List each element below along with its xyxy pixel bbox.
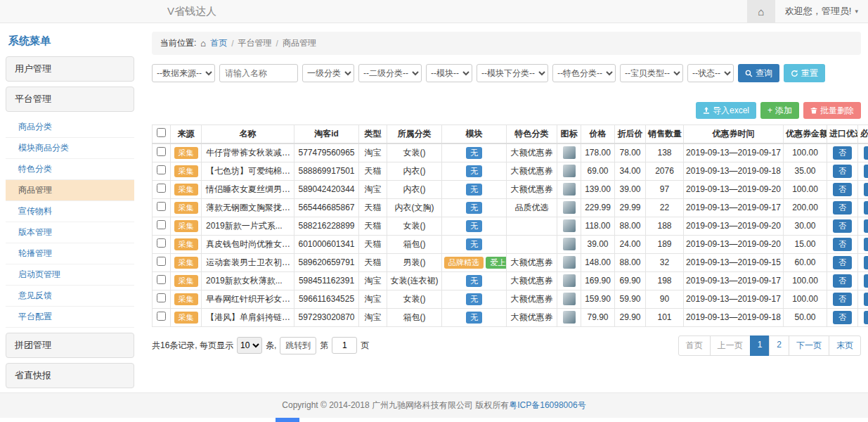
must-buy-toggle[interactable]: 否 xyxy=(864,201,868,215)
must-buy-toggle[interactable]: 否 xyxy=(864,293,868,306)
must-buy-toggle[interactable]: 否 xyxy=(864,219,868,233)
sidebar-item-platform-mgmt[interactable]: 平台管理 xyxy=(6,87,134,112)
breadcrumb-separator: / xyxy=(231,39,233,49)
price: 118.00 xyxy=(581,217,615,235)
row-checkbox[interactable] xyxy=(157,220,166,229)
sidebar-item-goods-mgmt[interactable]: 商品管理 xyxy=(6,180,134,201)
special-category-cell: 大额优惠券 xyxy=(507,308,557,326)
icp-link[interactable]: 粤ICP备16098006号 xyxy=(509,400,585,410)
body-wrap: 系统菜单 用户管理 平台管理 商品分类 模块商品分类 特色分类 商品管理 宣传物… xyxy=(0,23,868,414)
import-excel-button[interactable]: 导入excel xyxy=(696,102,756,119)
import-select-toggle[interactable]: 否 xyxy=(833,274,852,288)
import-select-toggle[interactable]: 否 xyxy=(833,201,852,215)
page-button-1[interactable]: 1 xyxy=(750,335,770,356)
data-source-select[interactable]: --数据来源-- xyxy=(152,64,215,82)
sidebar-item-special-category[interactable]: 特色分类 xyxy=(6,159,134,180)
must-buy-toggle[interactable]: 否 xyxy=(864,146,868,160)
jump-button[interactable]: 跳转到 xyxy=(280,337,316,354)
must-buy-toggle[interactable]: 否 xyxy=(864,183,868,196)
row-checkbox[interactable] xyxy=(157,165,166,174)
row-checkbox[interactable] xyxy=(157,238,166,248)
sidebar-item-version-mgmt[interactable]: 版本管理 xyxy=(6,222,134,243)
sales-count: 2076 xyxy=(646,162,684,180)
sidebar-item-goods-category[interactable]: 商品分类 xyxy=(6,117,134,138)
page-size-select[interactable]: 10 xyxy=(237,337,262,354)
taoke-id: 597293020870 xyxy=(294,308,359,326)
source-badge: 采集 xyxy=(174,165,198,177)
status-select[interactable]: --状态-- xyxy=(687,64,734,82)
import-select-toggle[interactable]: 否 xyxy=(833,146,852,160)
topbar-right: ⌂ 欢迎您，管理员! ▾ xyxy=(747,0,868,23)
product-name: 2019新款一片式系... xyxy=(202,217,294,235)
import-select-toggle[interactable]: 否 xyxy=(833,238,852,251)
product-type: 淘宝 xyxy=(359,143,387,162)
row-checkbox[interactable] xyxy=(157,147,166,156)
must-buy-toggle[interactable]: 否 xyxy=(864,256,868,269)
must-buy-toggle[interactable]: 否 xyxy=(864,238,868,251)
special-category-select[interactable]: --特色分类-- xyxy=(552,64,616,82)
batch-delete-button[interactable]: 批量删除 xyxy=(803,102,861,119)
prev-page-button[interactable]: 上一页 xyxy=(710,335,751,356)
special-category-cell: 大额优惠券 xyxy=(507,253,557,271)
sidebar-item-feedback[interactable]: 意见反馈 xyxy=(6,286,134,307)
module-sub-category-select[interactable]: --模块下分类-- xyxy=(477,64,548,82)
import-select-toggle[interactable]: 否 xyxy=(833,183,852,196)
item-type-select[interactable]: --宝贝类型-- xyxy=(620,64,683,82)
module-select[interactable]: --模块-- xyxy=(426,64,472,82)
price: 178.00 xyxy=(581,143,615,162)
product-category: 内衣(文胸) xyxy=(387,198,442,217)
must-buy-toggle[interactable]: 否 xyxy=(864,274,868,288)
product-name: 薄款无钢圈文胸聚拢性... xyxy=(202,198,294,217)
row-checkbox[interactable] xyxy=(157,184,166,193)
next-page-button[interactable]: 下一页 xyxy=(789,335,829,356)
name-search-input[interactable] xyxy=(219,64,298,82)
plus-icon: + xyxy=(767,106,772,115)
must-buy-toggle[interactable]: 否 xyxy=(864,311,868,324)
page-button-2[interactable]: 2 xyxy=(769,335,789,356)
product-thumb xyxy=(563,311,576,324)
breadcrumb-home-link[interactable]: 首页 xyxy=(210,37,227,49)
table-row: 采集2019新款一片式系...588216228899天猫女装()无118.00… xyxy=(153,217,868,235)
level1-category-select[interactable]: 一级分类 xyxy=(302,64,354,82)
sidebar-item-splash-mgmt[interactable]: 启动页管理 xyxy=(6,264,134,286)
sidebar-item-carousel-mgmt[interactable]: 轮播管理 xyxy=(6,243,134,264)
import-select-toggle[interactable]: 否 xyxy=(833,256,852,269)
row-checkbox[interactable] xyxy=(157,202,166,211)
row-checkbox[interactable] xyxy=(157,312,166,321)
sidebar-item-group-mgmt[interactable]: 拼团管理 xyxy=(6,333,134,358)
sidebar-item-platform-config[interactable]: 平台配置 xyxy=(6,307,134,328)
select-all-checkbox[interactable] xyxy=(157,128,166,137)
special-category-cell: 大额优惠券 xyxy=(507,271,557,290)
page-number-input[interactable] xyxy=(332,337,357,354)
taoke-id: 577479560965 xyxy=(294,143,359,162)
sidebar-item-promo-material[interactable]: 宣传物料 xyxy=(6,201,134,222)
brand-title: V省钱达人 xyxy=(167,5,216,18)
sidebar-item-express-news[interactable]: 省直快报 xyxy=(6,363,134,388)
user-menu[interactable]: 欢迎您，管理员! ▾ xyxy=(775,0,868,23)
row-checkbox[interactable] xyxy=(157,275,166,284)
import-select-toggle[interactable]: 否 xyxy=(833,293,852,306)
must-buy-toggle[interactable]: 否 xyxy=(864,165,868,178)
scrollbar-thumb[interactable] xyxy=(276,418,299,422)
add-button[interactable]: + 添加 xyxy=(760,102,799,119)
reset-button[interactable]: 重置 xyxy=(784,64,825,82)
sidebar-item-module-goods-category[interactable]: 模块商品分类 xyxy=(6,138,134,159)
search-button[interactable]: 查询 xyxy=(738,64,779,82)
sidebar-item-user-mgmt[interactable]: 用户管理 xyxy=(6,56,134,82)
discount-price: 39.00 xyxy=(615,180,646,198)
home-icon[interactable]: ⌂ xyxy=(747,0,775,23)
level2-category-select[interactable]: --二级分类-- xyxy=(358,64,422,82)
module-cell: 无 xyxy=(442,217,507,235)
source-badge: 采集 xyxy=(174,202,198,214)
trash-icon xyxy=(810,107,817,114)
topbar: V省钱达人 ⌂ 欢迎您，管理员! ▾ xyxy=(0,0,868,23)
row-checkbox[interactable] xyxy=(157,257,166,266)
first-page-button[interactable]: 首页 xyxy=(678,335,711,356)
row-checkbox[interactable] xyxy=(157,293,166,302)
horizontal-scrollbar[interactable] xyxy=(0,418,868,422)
import-select-toggle[interactable]: 否 xyxy=(833,311,852,324)
module-cell: 无 xyxy=(442,290,507,308)
import-select-toggle[interactable]: 否 xyxy=(833,165,852,178)
last-page-button[interactable]: 末页 xyxy=(829,335,861,356)
import-select-toggle[interactable]: 否 xyxy=(833,219,852,233)
